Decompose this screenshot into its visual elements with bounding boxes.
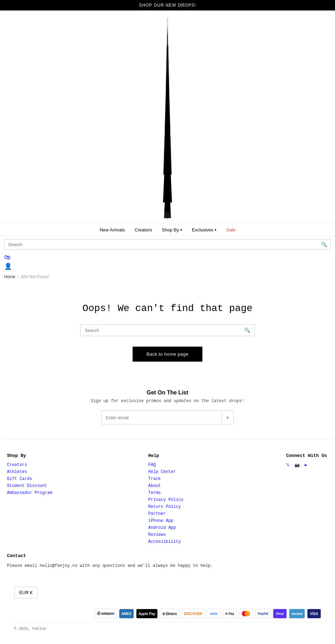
- venmo-icon: venmo: [289, 609, 305, 619]
- gpay-icon: G Pay: [223, 609, 237, 619]
- error-section: Oops! We can't find that page 🔍 Back to …: [0, 282, 335, 376]
- svg-rect-27: [166, 59, 166, 206]
- footer-help-heading: Help: [148, 453, 190, 458]
- banner-text: SHOP OUR NEW DROPS!: [139, 3, 196, 8]
- meta-payment-icon: meta: [207, 609, 221, 619]
- nav-shop-by[interactable]: Shop By ▾: [162, 227, 182, 232]
- footer-link-partner[interactable]: Partner: [148, 511, 190, 516]
- footer-help-col: Help FAQ Help Center Track About Terms P…: [148, 453, 190, 546]
- footer-link-athletes[interactable]: Athletes: [7, 469, 52, 474]
- svg-point-30: [245, 611, 250, 616]
- nav-sale[interactable]: Sale: [226, 227, 235, 232]
- breadcrumb-home[interactable]: Home: [4, 274, 15, 279]
- footer-link-accessibility[interactable]: Accessibility: [148, 539, 190, 544]
- instagram-icon[interactable]: 📷: [295, 462, 300, 468]
- breadcrumb: Home › 404 Not Found: [0, 272, 335, 282]
- svg-rect-26: [168, 45, 169, 206]
- svg-rect-24: [167, 35, 168, 209]
- error-search-container: 🔍: [80, 324, 255, 336]
- main-nav: New Arrivals Creators Shop By ▾ Exclusiv…: [0, 223, 335, 236]
- email-submit-button[interactable]: ›: [222, 411, 233, 424]
- amex-payment-icon: AMEX: [119, 609, 134, 619]
- footer-link-reviews[interactable]: Reviews: [148, 532, 190, 537]
- user-icon[interactable]: 👤: [4, 262, 331, 270]
- top-banner[interactable]: SHOP OUR NEW DROPS!: [0, 0, 335, 10]
- footer-contact-col: Contact Please email hello@fanjoy.co wit…: [7, 553, 213, 569]
- email-signup-section: Get On The List Sign up for exclusive pr…: [0, 376, 335, 438]
- back-home-button[interactable]: Back to home page: [133, 347, 203, 362]
- error-search-button[interactable]: 🔍: [244, 327, 250, 333]
- twitter-icon[interactable]: 𝕏: [286, 462, 290, 468]
- mastercard-icon: [239, 609, 253, 619]
- breadcrumb-current: 404 Not Found: [21, 274, 49, 279]
- top-search-container: 🔍: [4, 239, 331, 250]
- footer-shop-by-heading: Shop By: [7, 453, 52, 458]
- logo-image: [154, 17, 181, 220]
- youtube-icon[interactable]: ▶: [305, 462, 307, 468]
- error-search-input[interactable]: [85, 328, 244, 333]
- currency-button[interactable]: EUR €: [14, 587, 38, 598]
- currency-section: EUR €: [7, 583, 328, 605]
- email-signup-title: Get On The List: [7, 390, 328, 396]
- svg-rect-28: [169, 59, 169, 206]
- top-search-input[interactable]: [8, 242, 321, 247]
- paypal-icon: PayPal: [255, 609, 271, 619]
- visa-icon: VISA: [307, 609, 321, 619]
- cart-icon[interactable]: 🛍: [4, 254, 331, 261]
- icons-row: 🛍 👤: [0, 252, 335, 272]
- email-form: ›: [101, 410, 234, 424]
- footer-link-gift-cards[interactable]: Gift Cards: [7, 476, 52, 481]
- footer-contact-text: Please email hello@fanjoy.co with any qu…: [7, 563, 213, 569]
- email-input[interactable]: [102, 411, 222, 424]
- discover-payment-icon: DISCOVER: [181, 609, 204, 619]
- footer-connect-col: Connect With Us 𝕏 📷 ▶: [286, 453, 328, 546]
- footer-link-creators[interactable]: Creators: [7, 462, 52, 467]
- footer-link-return-policy[interactable]: Return Policy: [148, 504, 190, 509]
- footer-link-android-app[interactable]: Android App: [148, 525, 190, 530]
- social-icons: 𝕏 📷 ▶: [286, 462, 328, 470]
- footer-link-ambassador-program[interactable]: Ambassador Program: [7, 490, 52, 495]
- footer-connect-heading: Connect With Us: [286, 453, 328, 458]
- footer-link-faq[interactable]: FAQ: [148, 462, 190, 467]
- apple-pay-icon: Apple Pay: [136, 609, 158, 619]
- top-search-button[interactable]: 🔍: [321, 242, 327, 247]
- nav-creators[interactable]: Creators: [135, 227, 152, 232]
- footer-link-iphone-app[interactable]: iPhone App: [148, 518, 190, 523]
- amazon-payment-icon: ⓪ amazon: [95, 609, 117, 619]
- footer-columns: Shop By Creators Athletes Gift Cards Stu…: [7, 453, 328, 569]
- email-signup-subtitle: Sign up for exclusive promos and updates…: [7, 399, 328, 404]
- shop-by-chevron-icon: ▾: [180, 228, 182, 232]
- diners-payment-icon: ⊝ Diners: [160, 609, 179, 619]
- svg-rect-25: [166, 45, 167, 206]
- footer-link-privacy-policy[interactable]: Privacy Policy: [148, 497, 190, 502]
- error-title: Oops! We can't find that page: [7, 303, 328, 314]
- footer-link-about[interactable]: About: [148, 483, 190, 488]
- copyright-text: © 2023, Fanjoy: [7, 622, 328, 635]
- payment-icons: ⓪ amazon AMEX Apple Pay ⊝ Diners DISCOVE…: [7, 605, 328, 622]
- footer-contact-heading: Contact: [7, 553, 213, 558]
- logo-area: [0, 10, 335, 223]
- footer-link-terms[interactable]: Terms: [148, 490, 190, 495]
- nav-new-arrivals[interactable]: New Arrivals: [100, 227, 125, 232]
- footer-shop-by-col: Shop By Creators Athletes Gift Cards Stu…: [7, 453, 52, 546]
- nav-exclusives[interactable]: Exclusives ▾: [192, 227, 216, 232]
- footer-link-student-discount[interactable]: Student Discount: [7, 483, 52, 488]
- breadcrumb-separator: ›: [17, 274, 19, 279]
- footer-link-help-center[interactable]: Help Center: [148, 469, 190, 474]
- exclusives-chevron-icon: ▾: [215, 228, 216, 232]
- shopify-pay-icon: Shop: [273, 609, 287, 619]
- footer: Shop By Creators Athletes Gift Cards Stu…: [0, 439, 335, 642]
- footer-link-track[interactable]: Track: [148, 476, 190, 481]
